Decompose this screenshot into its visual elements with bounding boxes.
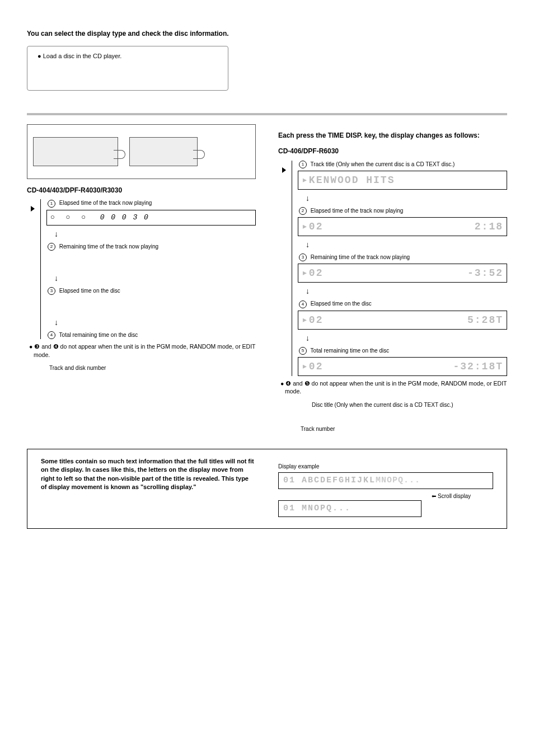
lcd-left: ▸02 xyxy=(302,220,323,233)
lcd-title-text: ▸KENWOOD HITS xyxy=(302,173,395,187)
right-lead: Each press the TIME DISP. key, the displ… xyxy=(278,131,507,140)
section-rule xyxy=(27,113,507,115)
device-figure xyxy=(27,124,256,179)
state-number-icon: 1 xyxy=(48,200,55,208)
prep-text: Load a disc in the CD player. xyxy=(43,53,122,59)
lcd-elapsed-track: ▸02 2:18 xyxy=(298,217,507,236)
display-example-label: Display example xyxy=(278,463,493,471)
lcd-remaining-disc: ▸02 -32:18T xyxy=(298,357,507,376)
model-heading-right: CD-406/DPF-R6030 xyxy=(278,147,507,156)
scroll-lcd-2: 01 MNOPQ... xyxy=(278,500,421,517)
left-arrow-icon: ⬅ xyxy=(432,493,436,499)
scrolling-display-text: Some titles contain so much text informa… xyxy=(41,457,256,492)
scroll-overflow: MNOPQ... xyxy=(376,475,420,486)
lcd-value: 0 0 0 3 0 xyxy=(100,213,149,223)
scrolling-display-figure: Display example 01 ABCDEFGHIJKL MNOPQ...… xyxy=(278,457,493,520)
state-text: Track title (Only when the current disc … xyxy=(311,161,455,167)
lcd-track-title: ▸KENWOOD HITS xyxy=(298,171,507,190)
state-number-icon: 4 xyxy=(48,331,55,339)
state-label: 1 Track title (Only when the current dis… xyxy=(299,161,507,168)
state-text: Elapsed time of the track now playing xyxy=(59,200,152,206)
state-number-icon: 2 xyxy=(299,207,307,215)
right-column: Each press the TIME DISP. key, the displ… xyxy=(278,124,507,435)
state-label: 3 Remaining time of the track now playin… xyxy=(299,253,507,261)
lcd-elapsed-disc: ▸02 5:28T xyxy=(298,311,507,330)
state-label: 4 Total remaining time on the disc xyxy=(48,331,256,339)
down-arrow-icon: ↓ xyxy=(54,317,248,328)
state-label: 4 Elapsed time on the disc xyxy=(299,300,507,308)
intro-text: You can select the display type and chec… xyxy=(27,29,507,38)
state-number-icon: 4 xyxy=(299,300,307,308)
lcd-elapsed-track: ○ ○ ○ 0 0 0 3 0 xyxy=(46,210,256,226)
bullet-icon: ● xyxy=(38,53,43,59)
scroll-arrow-row: ⬅ Scroll display xyxy=(278,492,493,500)
caption-disc-title: Disc title (Only when the current disc i… xyxy=(312,401,507,409)
scroll-line2: 01 MNOPQ... xyxy=(283,503,351,514)
right-note: ● ❹ and ❺ do not appear when the unit is… xyxy=(278,379,507,395)
left-note: ● ❸ and ❹ do not appear when the unit is… xyxy=(27,342,256,358)
state-text: Elapsed time on the disc xyxy=(311,300,372,307)
lcd-right: 5:28T xyxy=(467,313,503,327)
state-text: Remaining time of the track now playing xyxy=(59,243,158,250)
right-sequence: 1 Track title (Only when the current dis… xyxy=(292,161,507,376)
state-number-icon: 1 xyxy=(299,161,307,168)
state-label: 2 Remaining time of the track now playin… xyxy=(48,243,256,251)
state-label: 2 Elapsed time of the track now playing xyxy=(299,207,507,215)
model-heading-left: CD-404/403/DPF-R4030/R3030 xyxy=(27,186,256,195)
down-arrow-icon: ↓ xyxy=(54,273,248,284)
preparation-box: ● Load a disc in the CD player. xyxy=(27,46,228,91)
state-label: 1 Elapsed time of the track now playing xyxy=(48,199,256,207)
device-illustration-2 xyxy=(129,137,198,166)
caption-track-number: Track number xyxy=(301,425,507,433)
lcd-right: -32:18T xyxy=(453,360,503,373)
state-number-icon: 3 xyxy=(299,253,307,261)
device-illustration-1 xyxy=(33,137,118,166)
left-caption: Track and disk number xyxy=(49,364,256,372)
lcd-left: ▸02 xyxy=(302,360,323,373)
state-text: Total remaining time on the disc xyxy=(59,332,138,338)
down-arrow-icon: ↓ xyxy=(306,240,499,250)
scroll-visible: 01 ABCDEFGHIJKL xyxy=(283,475,376,486)
state-text: Elapsed time of the track now playing xyxy=(311,208,404,214)
state-text: Total remaining time on the disc xyxy=(311,348,390,354)
lcd-right: -3:52 xyxy=(467,266,503,280)
scroll-arrow-label: Scroll display xyxy=(438,493,471,499)
down-arrow-icon: ↓ xyxy=(306,193,499,204)
down-arrow-icon: ↓ xyxy=(54,229,248,240)
state-number-icon: 2 xyxy=(48,243,55,251)
down-arrow-icon: ↓ xyxy=(306,286,499,297)
lcd-remaining-track: ▸02 -3:52 xyxy=(298,264,507,283)
state-number-icon: 5 xyxy=(299,347,307,355)
down-arrow-icon: ↓ xyxy=(306,333,499,344)
lcd-right: 2:18 xyxy=(475,220,503,233)
state-text: Elapsed time on the disc xyxy=(59,288,120,294)
scroll-lcd-1: 01 ABCDEFGHIJKL MNOPQ... xyxy=(278,472,493,489)
left-sequence: 1 Elapsed time of the track now playing … xyxy=(40,199,256,339)
left-column: CD-404/403/DPF-R4030/R3030 1 Elapsed tim… xyxy=(27,124,256,435)
scrolling-display-box: Some titles contain so much text informa… xyxy=(27,449,507,529)
state-text: Remaining time of the track now playing xyxy=(311,254,410,260)
state-label: 3 Elapsed time on the disc xyxy=(48,287,256,295)
lcd-left: ▸02 xyxy=(302,266,323,280)
lcd-left: ▸02 xyxy=(302,313,323,327)
state-label: 5 Total remaining time on the disc xyxy=(299,347,507,355)
state-number-icon: 3 xyxy=(48,287,55,295)
